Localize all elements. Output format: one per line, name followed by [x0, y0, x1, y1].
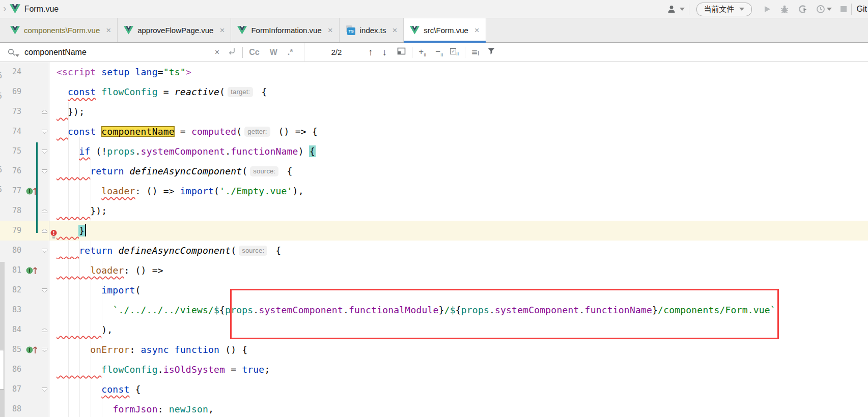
match-case-toggle[interactable]: Cc — [249, 48, 259, 57]
implementation-marker-icon[interactable] — [24, 260, 40, 280]
tab-components-form-vue[interactable]: components\Form.vue× — [4, 18, 118, 42]
code-text[interactable]: loader: () => — [49, 260, 868, 280]
line-number-77[interactable]: 77 — [0, 181, 24, 201]
tab-approveflowpage-vue[interactable]: approveFlowPage.vue× — [118, 18, 231, 42]
code-line-81[interactable]: 81 loader: () => — [0, 260, 868, 280]
close-tab-icon[interactable]: × — [474, 25, 480, 36]
implementation-marker-icon[interactable] — [24, 340, 40, 360]
code-text[interactable]: return defineAsyncComponent(source: { — [49, 161, 868, 181]
code-text[interactable]: if (!props.systemComponent.functionName)… — [49, 141, 868, 161]
code-line-87[interactable]: 87 const { — [0, 379, 868, 399]
regex-toggle[interactable]: .* — [288, 48, 293, 57]
close-tab-icon[interactable]: × — [219, 25, 225, 36]
fold-end-icon[interactable] — [40, 102, 49, 122]
fold-start-icon[interactable] — [40, 241, 49, 260]
open-in-tool-window-icon[interactable] — [397, 47, 406, 57]
stop-button[interactable] — [840, 6, 847, 13]
search-input[interactable]: componentName — [24, 48, 87, 57]
code-line-74[interactable]: 74 const componentName = computed(getter… — [0, 122, 868, 141]
code-text[interactable]: const { — [49, 379, 868, 399]
code-line-77[interactable]: 77 loader: () => import('./Empty.vue'), — [0, 181, 868, 201]
add-occurrence-icon[interactable]: +II — [418, 47, 426, 57]
code-text[interactable]: return defineAsyncComponent(source: { — [49, 241, 868, 260]
code-line-85[interactable]: 85 onError: async function () { — [0, 340, 868, 360]
run-button[interactable] — [763, 5, 771, 13]
line-number-74[interactable]: 74 — [0, 122, 24, 141]
profiler-button[interactable] — [798, 5, 808, 14]
user-account-icon[interactable] — [667, 5, 685, 14]
token: $ — [214, 305, 219, 315]
line-number-75[interactable]: 75 — [0, 141, 24, 161]
code-line-76[interactable]: 76 return defineAsyncComponent(source: { — [0, 161, 868, 181]
line-number-76[interactable]: 76 — [0, 161, 24, 181]
tab-index-ts[interactable]: TSindex.ts× — [340, 18, 404, 42]
words-toggle[interactable]: W — [270, 48, 277, 57]
close-tab-icon[interactable]: × — [328, 25, 333, 36]
code-text[interactable]: } — [49, 221, 868, 241]
run-configuration-button[interactable]: 当前文件 — [696, 3, 752, 16]
indent — [57, 265, 90, 276]
run-with-coverage-icon[interactable] — [816, 5, 832, 14]
code-line-86[interactable]: 86 flowConfig.isOldSystem = true; — [0, 360, 868, 379]
token: ) — [298, 146, 310, 157]
code-line-24[interactable]: 24<script setup lang="ts"> — [0, 62, 868, 82]
fold-end-icon[interactable] — [40, 320, 49, 340]
close-tab-icon[interactable]: × — [106, 25, 111, 36]
code-text[interactable]: const componentName = computed(getter: (… — [49, 122, 868, 141]
clear-search-icon[interactable]: × — [215, 48, 219, 57]
fold-start-icon[interactable] — [40, 161, 49, 181]
code-line-88[interactable]: 88 formJson: newJson, — [0, 399, 868, 417]
tab-src-form-vue[interactable]: src\Form.vue× — [404, 18, 486, 42]
code-line-79[interactable]: 79 } — [0, 221, 868, 241]
token: newJson — [169, 404, 208, 414]
line-number-24[interactable]: 24 — [0, 62, 24, 82]
code-text[interactable]: loader: () => import('./Empty.vue'), — [49, 181, 868, 201]
code-text[interactable]: `./../../../views/${props.systemComponen… — [49, 300, 868, 320]
code-line-82[interactable]: 82 import( — [0, 280, 868, 300]
line-number-69[interactable]: 69 — [0, 82, 24, 102]
fold-start-icon[interactable] — [40, 141, 49, 161]
search-icon[interactable] — [7, 48, 19, 57]
fold-end-icon[interactable] — [40, 221, 49, 241]
line-number-80[interactable]: 80 — [0, 241, 24, 260]
line-number-78[interactable]: 78 — [0, 201, 24, 221]
code-line-80[interactable]: 80 return defineAsyncComponent(source: { — [0, 241, 868, 260]
debug-button[interactable] — [779, 5, 790, 14]
line-number-79[interactable]: 79 — [0, 221, 24, 241]
filter-icon[interactable] — [487, 47, 495, 57]
code-text[interactable]: flowConfig.isOldSystem = true; — [49, 360, 868, 379]
newline-icon[interactable] — [228, 47, 236, 57]
code-line-73[interactable]: 73 }); — [0, 102, 868, 122]
fold-start-icon[interactable] — [40, 122, 49, 141]
code-text[interactable]: }); — [49, 102, 868, 122]
tab-forminformation-vue[interactable]: FormInformation.vue× — [231, 18, 339, 42]
code-line-78[interactable]: 78 }); — [0, 201, 868, 221]
code-text[interactable]: }); — [49, 201, 868, 221]
code-line-75[interactable]: 75 if (!props.systemComponent.functionNa… — [0, 141, 868, 161]
select-all-occurrences-icon[interactable]: ✓II — [450, 48, 459, 56]
next-match-icon[interactable]: ↓ — [382, 47, 387, 58]
git-menu[interactable]: Git — [857, 5, 867, 14]
code-text[interactable]: <script setup lang="ts"> — [49, 62, 868, 82]
search-everywhere-lines-icon[interactable]: ≡I — [471, 46, 479, 58]
code-editor[interactable]: 24<script setup lang="ts">69 const flowC… — [0, 62, 868, 417]
code-text[interactable]: import( — [49, 280, 868, 300]
fold-start-icon[interactable] — [40, 340, 49, 360]
fold-end-icon[interactable] — [40, 201, 49, 221]
code-text[interactable]: const flowConfig = reactive(target: { — [49, 82, 868, 102]
code-text[interactable]: formJson: newJson, — [49, 399, 868, 417]
line-number-73[interactable]: 73 — [0, 102, 24, 122]
code-line-83[interactable]: 83 `./../../../views/${props.systemCompo… — [0, 300, 868, 320]
previous-match-icon[interactable]: ↑ — [368, 47, 373, 58]
token: reactive — [175, 86, 219, 97]
code-line-69[interactable]: 69 const flowConfig = reactive(target: { — [0, 82, 868, 102]
fold-start-icon[interactable] — [40, 280, 49, 300]
code-text[interactable]: onError: async function () { — [49, 340, 868, 360]
close-tab-icon[interactable]: × — [392, 25, 397, 36]
code-line-84[interactable]: 84 ), — [0, 320, 868, 340]
gutter-spacer — [24, 102, 40, 122]
code-text[interactable]: ), — [49, 320, 868, 340]
find-bar: componentName × Cc W .* 2/2 ↑ ↓ +II −II … — [0, 43, 868, 62]
fold-start-icon[interactable] — [40, 379, 49, 399]
remove-occurrence-icon[interactable]: −II — [435, 47, 443, 57]
